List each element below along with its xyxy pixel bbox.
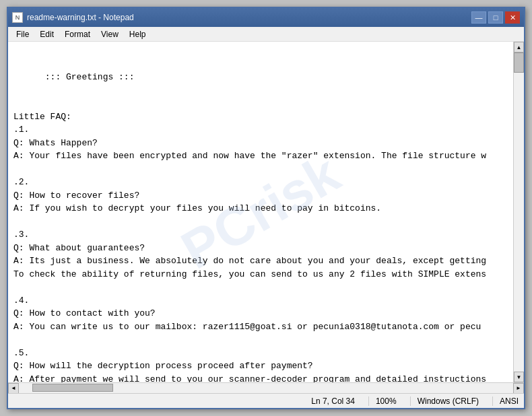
scroll-thumb-horizontal[interactable] bbox=[32, 384, 113, 392]
minimize-button[interactable]: — bbox=[471, 11, 486, 24]
zoom-level: 100% bbox=[368, 396, 397, 406]
menu-edit[interactable]: Edit bbox=[34, 28, 59, 40]
close-button[interactable]: ✕ bbox=[505, 11, 520, 24]
menu-bar: File Edit Format View Help bbox=[8, 27, 524, 42]
horizontal-scrollbar[interactable]: ◄ ► bbox=[8, 382, 524, 393]
scroll-track-horizontal[interactable] bbox=[19, 383, 513, 393]
editor-container: PCrisk ::: Greetings ::: Little FAQ: .1.… bbox=[8, 42, 524, 382]
title-bar-left: N readme-warning.txt - Notepad bbox=[12, 12, 134, 23]
title-bar: N readme-warning.txt - Notepad — □ ✕ bbox=[8, 8, 524, 27]
scroll-right-button[interactable]: ► bbox=[513, 383, 524, 394]
menu-help[interactable]: Help bbox=[124, 28, 152, 40]
scroll-up-button[interactable]: ▲ bbox=[514, 42, 524, 53]
line-endings: Windows (CRLF) bbox=[410, 396, 479, 406]
encoding: ANSI bbox=[492, 396, 519, 406]
menu-view[interactable]: View bbox=[96, 28, 124, 40]
text-editor[interactable]: PCrisk ::: Greetings ::: Little FAQ: .1.… bbox=[8, 42, 513, 382]
maximize-button[interactable]: □ bbox=[488, 11, 503, 24]
notepad-window: N readme-warning.txt - Notepad — □ ✕ Fil… bbox=[7, 7, 525, 409]
menu-file[interactable]: File bbox=[11, 28, 34, 40]
cursor-position: Ln 7, Col 34 bbox=[304, 396, 355, 406]
app-icon: N bbox=[12, 12, 23, 23]
scroll-left-button[interactable]: ◄ bbox=[8, 383, 19, 394]
vertical-scrollbar[interactable]: ▲ ▼ bbox=[513, 42, 524, 382]
window-title: readme-warning.txt - Notepad bbox=[27, 13, 134, 22]
scroll-down-button[interactable]: ▼ bbox=[514, 372, 524, 382]
menu-format[interactable]: Format bbox=[59, 28, 96, 40]
editor-content[interactable]: ::: Greetings ::: Little FAQ: .1. Q: Wha… bbox=[13, 72, 486, 382]
title-buttons: — □ ✕ bbox=[471, 11, 520, 24]
scroll-thumb-vertical[interactable] bbox=[514, 53, 524, 73]
scroll-track-vertical[interactable] bbox=[514, 53, 524, 372]
status-bar: Ln 7, Col 34 100% Windows (CRLF) ANSI bbox=[8, 393, 524, 408]
